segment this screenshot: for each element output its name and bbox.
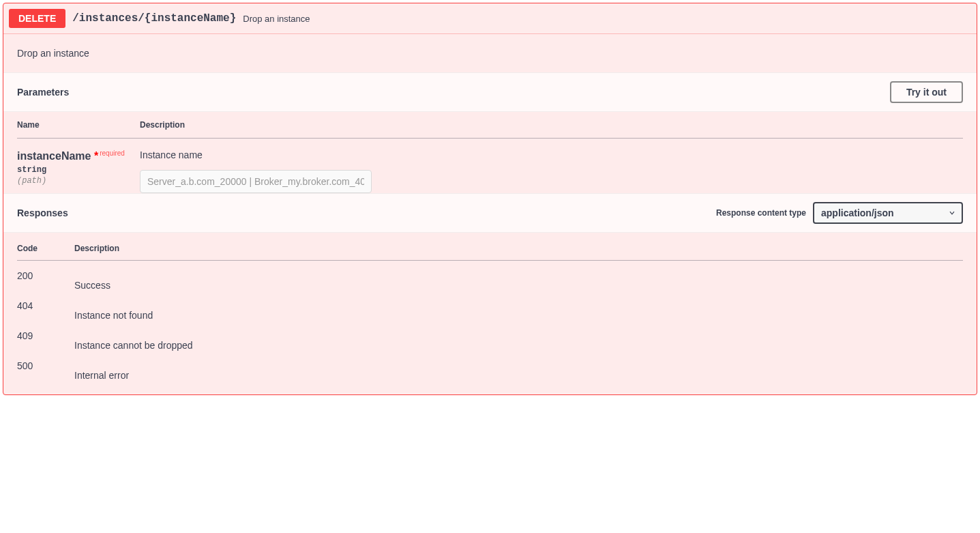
- required-label: required: [98, 149, 125, 157]
- response-content-type: Response content type application/json: [716, 202, 963, 224]
- method-badge: DELETE: [9, 9, 65, 28]
- parameters-header: Parameters Try it out: [3, 72, 977, 112]
- responses-table: Code Description 200 Success 404 Instanc…: [17, 233, 963, 381]
- parameters-table: Name Description instanceName *required …: [17, 112, 963, 193]
- parameters-col-name: Name: [17, 112, 140, 139]
- try-it-out-button[interactable]: Try it out: [890, 81, 963, 103]
- response-content-type-select[interactable]: application/json: [813, 202, 963, 224]
- responses-header: Responses Response content type applicat…: [3, 193, 977, 233]
- operation-description: Drop an instance: [3, 34, 977, 72]
- response-row: 404 Instance not found: [17, 291, 963, 321]
- parameter-row: instanceName *required string (path) Ins…: [17, 139, 963, 194]
- response-code: 409: [17, 321, 74, 351]
- parameter-description: Instance name: [140, 149, 963, 160]
- response-row: 409 Instance cannot be dropped: [17, 321, 963, 351]
- parameters-col-description: Description: [140, 112, 963, 139]
- response-description: Success: [74, 261, 963, 291]
- response-code: 404: [17, 291, 74, 321]
- response-description: Instance not found: [74, 291, 963, 321]
- response-row: 200 Success: [17, 261, 963, 291]
- operation-summary[interactable]: DELETE /instances/{instanceName} Drop an…: [3, 3, 977, 34]
- parameter-in: (path): [17, 176, 140, 186]
- response-content-type-label: Response content type: [716, 208, 806, 218]
- response-description: Internal error: [74, 351, 963, 381]
- parameter-input[interactable]: [140, 170, 372, 193]
- operation-summary-text: Drop an instance: [243, 14, 310, 24]
- response-row: 500 Internal error: [17, 351, 963, 381]
- operation-block: DELETE /instances/{instanceName} Drop an…: [3, 3, 977, 395]
- responses-col-code: Code: [17, 233, 74, 261]
- responses-title: Responses: [17, 207, 68, 218]
- response-code: 500: [17, 351, 74, 381]
- response-code: 200: [17, 261, 74, 291]
- parameter-name: instanceName: [17, 150, 91, 162]
- response-description: Instance cannot be dropped: [74, 321, 963, 351]
- required-star-icon: *: [91, 150, 99, 162]
- parameter-type: string: [17, 165, 140, 175]
- operation-path: /instances/{instanceName}: [72, 12, 236, 25]
- parameters-title: Parameters: [17, 87, 69, 98]
- responses-col-description: Description: [74, 233, 963, 261]
